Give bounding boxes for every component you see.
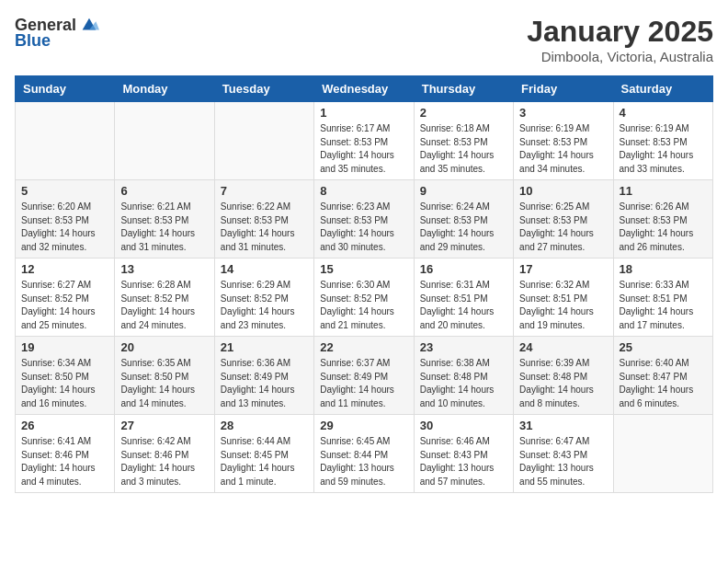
- day-info: Sunrise: 6:22 AM Sunset: 8:53 PM Dayligh…: [221, 201, 308, 254]
- day-number: 23: [420, 340, 507, 354]
- day-info: Sunrise: 6:26 AM Sunset: 8:53 PM Dayligh…: [620, 201, 707, 254]
- day-number: 24: [519, 340, 607, 354]
- calendar-cell: 13Sunrise: 6:28 AM Sunset: 8:52 PM Dayli…: [115, 259, 214, 337]
- calendar-cell: [214, 102, 313, 180]
- day-number: 1: [320, 106, 407, 120]
- day-info: Sunrise: 6:39 AM Sunset: 8:48 PM Dayligh…: [519, 357, 607, 410]
- day-number: 20: [120, 340, 208, 354]
- day-number: 17: [519, 262, 607, 276]
- day-number: 14: [221, 262, 308, 276]
- calendar-table: SundayMondayTuesdayWednesdayThursdayFrid…: [15, 75, 713, 493]
- calendar-cell: 24Sunrise: 6:39 AM Sunset: 8:48 PM Dayli…: [514, 337, 613, 415]
- day-info: Sunrise: 6:38 AM Sunset: 8:48 PM Dayligh…: [420, 357, 507, 410]
- calendar-cell: 9Sunrise: 6:24 AM Sunset: 8:53 PM Daylig…: [414, 180, 513, 259]
- day-number: 3: [519, 106, 607, 120]
- day-number: 16: [420, 262, 507, 276]
- calendar-week-row: 12Sunrise: 6:27 AM Sunset: 8:52 PM Dayli…: [16, 259, 713, 337]
- calendar-week-row: 26Sunrise: 6:41 AM Sunset: 8:46 PM Dayli…: [16, 415, 713, 493]
- calendar-cell: 8Sunrise: 6:23 AM Sunset: 8:53 PM Daylig…: [314, 180, 414, 259]
- day-info: Sunrise: 6:24 AM Sunset: 8:53 PM Dayligh…: [420, 201, 507, 254]
- day-info: Sunrise: 6:35 AM Sunset: 8:50 PM Dayligh…: [120, 357, 208, 410]
- weekday-header-tuesday: Tuesday: [214, 76, 313, 102]
- location-title: Dimboola, Victoria, Australia: [527, 49, 713, 64]
- day-info: Sunrise: 6:31 AM Sunset: 8:51 PM Dayligh…: [420, 279, 507, 332]
- calendar-cell: 25Sunrise: 6:40 AM Sunset: 8:47 PM Dayli…: [613, 337, 712, 415]
- day-number: 10: [519, 184, 607, 198]
- day-info: Sunrise: 6:45 AM Sunset: 8:44 PM Dayligh…: [320, 435, 407, 488]
- calendar-cell: 3Sunrise: 6:19 AM Sunset: 8:53 PM Daylig…: [514, 102, 613, 180]
- weekday-header-saturday: Saturday: [613, 76, 712, 102]
- day-info: Sunrise: 6:21 AM Sunset: 8:53 PM Dayligh…: [120, 201, 208, 254]
- day-number: 11: [620, 184, 707, 198]
- day-number: 7: [221, 184, 308, 198]
- calendar-cell: 21Sunrise: 6:36 AM Sunset: 8:49 PM Dayli…: [214, 337, 313, 415]
- day-number: 29: [320, 419, 407, 432]
- day-number: 25: [620, 340, 707, 354]
- calendar-cell: 6Sunrise: 6:21 AM Sunset: 8:53 PM Daylig…: [115, 180, 214, 259]
- logo: General Blue: [15, 15, 99, 51]
- day-info: Sunrise: 6:19 AM Sunset: 8:53 PM Dayligh…: [519, 122, 607, 176]
- day-info: Sunrise: 6:29 AM Sunset: 8:52 PM Dayligh…: [221, 279, 308, 332]
- day-number: 26: [21, 419, 108, 432]
- day-number: 6: [120, 184, 208, 198]
- calendar-cell: [613, 415, 712, 493]
- day-info: Sunrise: 6:33 AM Sunset: 8:51 PM Dayligh…: [620, 279, 707, 332]
- calendar-cell: 14Sunrise: 6:29 AM Sunset: 8:52 PM Dayli…: [214, 259, 313, 337]
- calendar-cell: 1Sunrise: 6:17 AM Sunset: 8:53 PM Daylig…: [314, 102, 414, 180]
- weekday-header-row: SundayMondayTuesdayWednesdayThursdayFrid…: [16, 76, 713, 102]
- day-number: 28: [221, 419, 308, 432]
- day-info: Sunrise: 6:20 AM Sunset: 8:53 PM Dayligh…: [21, 201, 108, 254]
- day-info: Sunrise: 6:25 AM Sunset: 8:53 PM Dayligh…: [519, 201, 607, 254]
- calendar-cell: 16Sunrise: 6:31 AM Sunset: 8:51 PM Dayli…: [414, 259, 513, 337]
- calendar-cell: 7Sunrise: 6:22 AM Sunset: 8:53 PM Daylig…: [214, 180, 313, 259]
- day-info: Sunrise: 6:42 AM Sunset: 8:46 PM Dayligh…: [120, 435, 208, 488]
- day-number: 30: [420, 419, 507, 432]
- day-info: Sunrise: 6:32 AM Sunset: 8:51 PM Dayligh…: [519, 279, 607, 332]
- day-info: Sunrise: 6:41 AM Sunset: 8:46 PM Dayligh…: [21, 435, 108, 488]
- day-info: Sunrise: 6:34 AM Sunset: 8:50 PM Dayligh…: [21, 357, 108, 410]
- calendar-cell: 10Sunrise: 6:25 AM Sunset: 8:53 PM Dayli…: [514, 180, 613, 259]
- calendar-cell: [115, 102, 214, 180]
- day-info: Sunrise: 6:36 AM Sunset: 8:49 PM Dayligh…: [221, 357, 308, 410]
- weekday-header-friday: Friday: [514, 76, 613, 102]
- calendar-cell: 23Sunrise: 6:38 AM Sunset: 8:48 PM Dayli…: [414, 337, 513, 415]
- title-block: January 2025 Dimboola, Victoria, Austral…: [527, 15, 713, 64]
- day-number: 5: [21, 184, 108, 198]
- day-info: Sunrise: 6:46 AM Sunset: 8:43 PM Dayligh…: [420, 435, 507, 488]
- day-info: Sunrise: 6:44 AM Sunset: 8:45 PM Dayligh…: [221, 435, 308, 488]
- day-number: 27: [120, 419, 208, 432]
- day-number: 15: [320, 262, 407, 276]
- weekday-header-wednesday: Wednesday: [314, 76, 414, 102]
- day-info: Sunrise: 6:40 AM Sunset: 8:47 PM Dayligh…: [620, 357, 707, 410]
- day-number: 8: [320, 184, 407, 198]
- calendar-cell: 27Sunrise: 6:42 AM Sunset: 8:46 PM Dayli…: [115, 415, 214, 493]
- calendar-cell: 29Sunrise: 6:45 AM Sunset: 8:44 PM Dayli…: [314, 415, 414, 493]
- calendar-cell: 19Sunrise: 6:34 AM Sunset: 8:50 PM Dayli…: [16, 337, 115, 415]
- logo-icon: [79, 15, 99, 35]
- calendar-cell: 26Sunrise: 6:41 AM Sunset: 8:46 PM Dayli…: [16, 415, 115, 493]
- calendar-cell: 2Sunrise: 6:18 AM Sunset: 8:53 PM Daylig…: [414, 102, 513, 180]
- calendar-cell: 11Sunrise: 6:26 AM Sunset: 8:53 PM Dayli…: [613, 180, 712, 259]
- weekday-header-sunday: Sunday: [16, 76, 115, 102]
- day-number: 12: [21, 262, 108, 276]
- day-info: Sunrise: 6:18 AM Sunset: 8:53 PM Dayligh…: [420, 122, 507, 176]
- calendar-cell: 4Sunrise: 6:19 AM Sunset: 8:53 PM Daylig…: [613, 102, 712, 180]
- page-header: General Blue January 2025 Dimboola, Vict…: [15, 15, 713, 64]
- calendar-cell: 28Sunrise: 6:44 AM Sunset: 8:45 PM Dayli…: [214, 415, 313, 493]
- calendar-cell: 22Sunrise: 6:37 AM Sunset: 8:49 PM Dayli…: [314, 337, 414, 415]
- calendar-cell: 18Sunrise: 6:33 AM Sunset: 8:51 PM Dayli…: [613, 259, 712, 337]
- day-info: Sunrise: 6:23 AM Sunset: 8:53 PM Dayligh…: [320, 201, 407, 254]
- calendar-week-row: 5Sunrise: 6:20 AM Sunset: 8:53 PM Daylig…: [16, 180, 713, 259]
- calendar-cell: 17Sunrise: 6:32 AM Sunset: 8:51 PM Dayli…: [514, 259, 613, 337]
- weekday-header-monday: Monday: [115, 76, 214, 102]
- day-info: Sunrise: 6:27 AM Sunset: 8:52 PM Dayligh…: [21, 279, 108, 332]
- day-info: Sunrise: 6:28 AM Sunset: 8:52 PM Dayligh…: [120, 279, 208, 332]
- day-number: 2: [420, 106, 507, 120]
- day-info: Sunrise: 6:47 AM Sunset: 8:43 PM Dayligh…: [519, 435, 607, 488]
- calendar-cell: 12Sunrise: 6:27 AM Sunset: 8:52 PM Dayli…: [16, 259, 115, 337]
- calendar-cell: 15Sunrise: 6:30 AM Sunset: 8:52 PM Dayli…: [314, 259, 414, 337]
- calendar-cell: 31Sunrise: 6:47 AM Sunset: 8:43 PM Dayli…: [514, 415, 613, 493]
- day-number: 22: [320, 340, 407, 354]
- day-number: 4: [620, 106, 707, 120]
- calendar-cell: 30Sunrise: 6:46 AM Sunset: 8:43 PM Dayli…: [414, 415, 513, 493]
